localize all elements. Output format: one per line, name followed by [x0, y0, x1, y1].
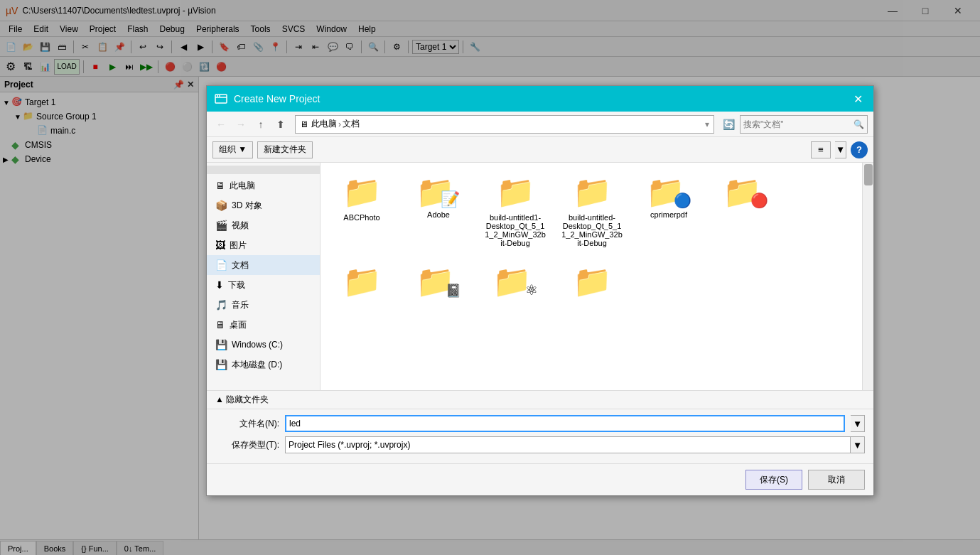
- search-input[interactable]: [743, 119, 854, 129]
- create-project-dialog[interactable]: Create New Project ✕ ← → ↑ ⬆ 🖥 此电脑 › 文档 …: [206, 85, 874, 496]
- debug2-btn[interactable]: ⚪: [179, 59, 195, 75]
- stop-btn[interactable]: ■: [87, 59, 103, 75]
- sidebar-item-desktop[interactable]: 🖥 桌面: [207, 315, 320, 335]
- uncomment-btn[interactable]: 🗨: [342, 39, 357, 55]
- nav-up-button[interactable]: ↑: [252, 116, 269, 133]
- save-button[interactable]: 保存(S): [745, 470, 802, 490]
- menu-edit[interactable]: Edit: [28, 21, 54, 37]
- sidebar-item-documents[interactable]: 📄 文档: [207, 255, 320, 275]
- filetype-dropdown-btn[interactable]: ▼: [851, 436, 865, 453]
- close-button[interactable]: ✕: [942, 0, 974, 21]
- tree-item-target1[interactable]: ▼ 🎯 Target 1: [0, 95, 198, 109]
- menu-debug[interactable]: Debug: [154, 21, 190, 37]
- build-all-btn[interactable]: 🏗: [20, 59, 36, 75]
- sidebar-item-3d[interactable]: 📦 3D 对象: [207, 195, 320, 215]
- sidebar-item-music[interactable]: 🎵 音乐: [207, 295, 320, 315]
- tree-item-sourcegroup[interactable]: ▼ 📁 Source Group 1: [0, 109, 198, 124]
- menu-project[interactable]: Project: [84, 21, 122, 37]
- tree-item-device[interactable]: ▶ ◆ Device: [0, 152, 198, 166]
- menu-help[interactable]: Help: [352, 21, 382, 37]
- search-btn[interactable]: 🔍: [365, 39, 381, 55]
- menu-peripherals[interactable]: Peripherals: [190, 21, 245, 37]
- file-item-folder6[interactable]: 📁: [326, 258, 397, 308]
- sidebar-item-computer[interactable]: 🖥 此电脑: [207, 176, 320, 195]
- panel-pin-btn[interactable]: 📌: [173, 80, 184, 90]
- filetype-select[interactable]: Project Files (*.uvproj; *.uvprojx): [285, 436, 851, 453]
- filename-input[interactable]: [285, 415, 845, 432]
- sidebar-item-pictures[interactable]: 🖼 图片: [207, 235, 320, 255]
- view-button[interactable]: ≡: [811, 141, 831, 158]
- bookmark3-btn[interactable]: 📎: [250, 39, 266, 55]
- file-item-build2[interactable]: 📁 build-untitled-Desktop_Qt_5_11_2_MinGW…: [556, 168, 628, 252]
- file-item-chrome[interactable]: 📁 🔴: [710, 168, 781, 252]
- settings-btn[interactable]: 🔧: [467, 39, 483, 55]
- file-item-atom[interactable]: 📁 ⚛: [480, 258, 551, 308]
- batch-btn[interactable]: 📊: [37, 59, 53, 75]
- menu-tools[interactable]: Tools: [245, 21, 276, 37]
- new-folder-button[interactable]: 新建文件夹: [257, 141, 313, 158]
- bookmark-btn[interactable]: 🔖: [216, 39, 232, 55]
- file-item-onenote[interactable]: 📁 📓: [403, 258, 474, 308]
- file-item-adobe[interactable]: 📁 📝 Adobe: [403, 168, 474, 252]
- minimize-button[interactable]: —: [876, 0, 909, 21]
- compile-btn[interactable]: ⚙: [3, 59, 18, 75]
- menu-svcs[interactable]: SVCS: [276, 21, 311, 37]
- tree-item-mainc[interactable]: 📄 main.c: [0, 124, 198, 138]
- file-item-abcphoto[interactable]: 📁 ABCPhoto: [326, 168, 397, 252]
- help-button[interactable]: ?: [851, 141, 868, 158]
- file-item-folder9[interactable]: 📁: [556, 258, 628, 308]
- debug4-btn[interactable]: 🔴: [213, 59, 229, 75]
- cut-btn[interactable]: ✂: [77, 39, 93, 55]
- scrollbar-thumb[interactable]: [864, 164, 873, 185]
- indent-btn[interactable]: ⇥: [291, 39, 306, 55]
- nav-back-button[interactable]: ←: [212, 116, 230, 133]
- redo-btn[interactable]: ↪: [152, 39, 168, 55]
- nav-back-btn[interactable]: ◀: [176, 39, 191, 55]
- tab-fun[interactable]: {} Fun...: [73, 541, 117, 555]
- load-btn[interactable]: LOAD: [54, 59, 80, 75]
- bookmark2-btn[interactable]: 🏷: [233, 39, 249, 55]
- panel-close-btn[interactable]: ✕: [187, 80, 194, 90]
- file-item-cprimerpdf[interactable]: 📁 🔵 cprimerpdf: [633, 168, 704, 252]
- debug1-btn[interactable]: 🔴: [162, 59, 178, 75]
- copy-btn[interactable]: 📋: [95, 39, 110, 55]
- breadcrumb-bar[interactable]: 🖥 此电脑 › 文档 ▾: [295, 115, 714, 134]
- sidebar-item-downloads[interactable]: ⬇ 下载: [207, 275, 320, 295]
- refresh-button[interactable]: 🔄: [720, 116, 737, 133]
- breadcrumb-dropdown[interactable]: ▾: [705, 119, 709, 129]
- save-all-btn[interactable]: 🗃: [54, 39, 70, 55]
- nav-fwd-btn[interactable]: ▶: [193, 39, 208, 55]
- undo-btn[interactable]: ↩: [135, 39, 151, 55]
- tab-books[interactable]: Books: [36, 541, 74, 555]
- nav-recent-button[interactable]: ⬆: [272, 116, 289, 133]
- organize-button[interactable]: 组织 ▼: [212, 141, 253, 158]
- debug3-btn[interactable]: 🔃: [196, 59, 212, 75]
- open-btn[interactable]: 📂: [20, 39, 36, 55]
- menu-view[interactable]: View: [54, 21, 84, 37]
- nav-forward-button[interactable]: →: [232, 116, 249, 133]
- run-btn[interactable]: ▶: [104, 59, 120, 75]
- menu-flash[interactable]: Flash: [122, 21, 154, 37]
- tree-item-cmsis[interactable]: ◆ CMSIS: [0, 138, 198, 152]
- file-scrollbar[interactable]: [862, 163, 873, 390]
- sidebar-item-cdrive[interactable]: 💾 Windows (C:): [207, 335, 320, 355]
- target-select[interactable]: Target 1: [412, 40, 459, 54]
- file-item-build1[interactable]: 📁 build-untitled1-Desktop_Qt_5_11_2_MinG…: [480, 168, 551, 252]
- bookmark4-btn[interactable]: 📍: [267, 39, 283, 55]
- comment-btn[interactable]: 💬: [325, 39, 340, 55]
- hidden-files-toggle[interactable]: ▲ 隐藏文件夹: [207, 390, 873, 409]
- view-dropdown-button[interactable]: ▼: [835, 141, 846, 158]
- dialog-close-button[interactable]: ✕: [849, 90, 866, 107]
- paste-btn[interactable]: 📌: [112, 39, 127, 55]
- new-file-btn[interactable]: 📄: [3, 39, 18, 55]
- tab-tem[interactable]: 0↓ Tem...: [117, 541, 163, 555]
- step-btn[interactable]: ⏭: [122, 59, 137, 75]
- unindent-btn[interactable]: ⇤: [308, 39, 323, 55]
- sidebar-item-video[interactable]: 🎬 视频: [207, 215, 320, 235]
- run2-btn[interactable]: ▶▶: [139, 59, 154, 75]
- menu-file[interactable]: File: [3, 21, 28, 37]
- maximize-button[interactable]: □: [909, 0, 942, 21]
- save-btn[interactable]: 💾: [37, 39, 53, 55]
- filename-dropdown-btn[interactable]: ▼: [851, 415, 865, 432]
- tab-proj[interactable]: Proj...: [0, 541, 36, 555]
